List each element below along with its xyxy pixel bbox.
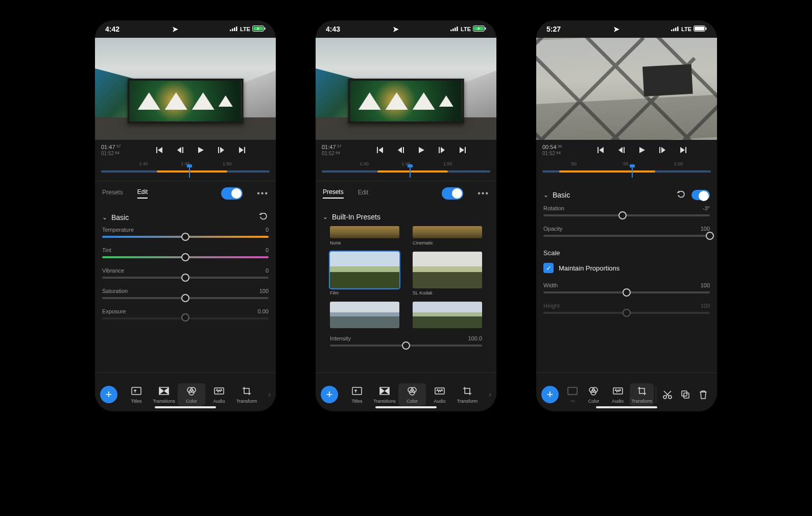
effect-toggle[interactable] [221,187,243,200]
reset-icon[interactable] [259,213,269,222]
section-header[interactable]: ⌄ Built-In Presets [316,206,496,226]
slider-vibrance[interactable]: Vibrance0 [102,267,269,279]
play-button[interactable] [418,146,425,154]
battery-icon [252,26,266,33]
slider-exposure[interactable]: Exposure0.00 [102,308,269,320]
slider-rotation[interactable]: Rotation-3° [543,205,710,216]
tool-titles[interactable]: Titles [343,385,371,404]
add-button[interactable]: + [321,386,338,403]
preset-none[interactable]: None [330,226,399,245]
cut-button[interactable] [658,389,676,400]
tab-presets[interactable]: Presets [323,188,344,199]
timeline-clip[interactable] [559,170,655,173]
transform-panel: Rotation-3° Opacity100 Scale ✓ Maintain … [536,205,717,373]
step-forward-button[interactable] [438,146,445,154]
step-forward-button[interactable] [659,146,666,154]
preset-cinematic[interactable]: Cinematic [413,226,482,245]
step-back-button[interactable] [177,146,184,154]
maintain-proportions-row[interactable]: ✓ Maintain Proportions [543,263,710,273]
play-button[interactable] [638,146,646,154]
delete-button[interactable] [694,389,712,400]
section-header[interactable]: ⌄ Basic [95,206,276,227]
home-indicator[interactable] [155,406,216,408]
video-preview[interactable] [95,38,276,140]
timeline-clip[interactable] [377,170,448,173]
chevron-right-icon[interactable]: › [489,390,491,399]
prev-clip-button[interactable] [598,146,605,154]
tool-titles[interactable]: Titles [123,385,150,404]
bottom-toolbar: + Titles Transitions Color Audio Transfo… [316,373,496,411]
prev-clip-button[interactable] [156,146,163,154]
timeline[interactable]: :50 :55 1:00 [536,160,717,181]
tool-transitions[interactable]: Transitions [150,385,178,404]
slider-temperature[interactable]: Temperature0 [102,227,269,238]
timeline[interactable]: 1:40 1:45 1:50 [95,160,276,181]
add-button[interactable]: + [541,386,559,403]
tool-transform[interactable]: Transform [453,385,481,404]
add-button[interactable]: + [100,386,117,403]
effect-toggle[interactable] [442,187,463,200]
svg-rect-28 [352,387,362,395]
svg-rect-51 [659,147,660,153]
prev-clip-button[interactable] [377,146,384,154]
svg-rect-40 [706,28,707,30]
slider-saturation[interactable]: Saturation100 [102,288,269,299]
next-clip-button[interactable] [238,146,245,154]
next-clip-button[interactable] [459,146,466,154]
tool-audio[interactable]: Audio [606,385,630,404]
phone-screenshot-1: 4:42➤ LTE 01:4737 01:5254 1:40 1:4 [95,20,276,411]
preset-item[interactable] [330,302,399,328]
next-clip-button[interactable] [679,146,686,154]
preset-sl-kodak[interactable]: SL Kodak [413,252,482,296]
play-button[interactable] [197,146,204,154]
video-preview[interactable] [316,38,496,140]
duplicate-button[interactable] [676,389,694,400]
playhead[interactable] [632,167,633,178]
tool-transform[interactable]: Transform [233,385,260,404]
tool-color[interactable]: Color [178,383,205,406]
video-preview[interactable] [536,38,717,140]
step-forward-button[interactable] [218,146,225,154]
carrier-label: LTE [461,26,471,32]
slider-width[interactable]: Width100 [543,282,710,293]
svg-rect-19 [455,28,456,31]
playhead[interactable] [410,167,411,178]
tool-transitions[interactable]: Transitions [371,385,398,404]
tool-audio[interactable]: Audio [205,385,233,404]
tool-audio[interactable]: Audio [426,385,453,404]
reset-icon[interactable] [677,191,686,200]
tab-edit[interactable]: Edit [358,189,369,198]
slider-intensity[interactable]: Intensity100.0 [323,328,489,347]
chevron-right-icon[interactable]: › [268,390,271,399]
more-menu-icon[interactable]: ••• [477,189,489,198]
tool-transform[interactable]: Transform [630,383,654,406]
home-indicator[interactable] [596,406,657,408]
section-title: Basic [553,191,570,199]
tab-presets[interactable]: Presets [102,189,123,198]
svg-rect-37 [677,27,679,31]
tool-color[interactable]: Color [398,383,426,406]
tab-edit[interactable]: Edit [137,188,148,199]
svg-rect-27 [465,147,466,153]
edit-tabs: Presets Edit ••• [95,181,276,206]
section-header[interactable]: ⌄ Basic [536,181,717,205]
playhead[interactable] [189,167,190,178]
preset-film[interactable]: Film [330,252,399,296]
tool-color[interactable]: Color [582,385,606,404]
svg-rect-25 [403,147,404,153]
slider-opacity[interactable]: Opacity100 [543,226,710,237]
more-menu-icon[interactable]: ••• [257,189,269,198]
home-indicator[interactable] [375,406,437,408]
step-back-button[interactable] [618,146,625,154]
toolbar-separator [656,386,656,403]
step-back-button[interactable] [397,146,404,154]
maintain-proportions-label: Maintain Proportions [559,264,619,272]
tool-titles[interactable]: ns [564,385,582,403]
timeline[interactable]: 1:40 1:45 1:50 [316,160,496,181]
slider-tint[interactable]: Tint0 [102,247,269,258]
effect-toggle[interactable] [691,190,710,200]
timeline-clip[interactable] [157,170,228,173]
status-time: 4:42 [105,25,120,33]
checkbox-checked-icon[interactable]: ✓ [543,263,554,273]
preset-item[interactable] [413,302,482,328]
